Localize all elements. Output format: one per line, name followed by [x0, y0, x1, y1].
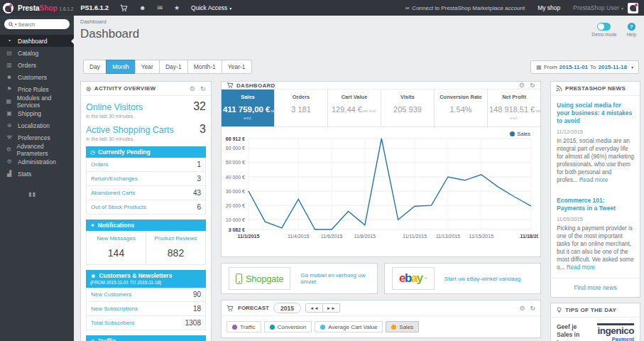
sidebar-item-advanced-parameters[interactable]: ⚙Advanced Parameters	[0, 144, 74, 156]
news-panel-title: PRESTASHOP NEWS	[565, 85, 626, 92]
refresh-icon[interactable]: ↻	[530, 305, 535, 312]
page-title: Dashboard	[80, 27, 139, 41]
refresh-icon[interactable]: ↻	[200, 85, 206, 92]
cogs-icon: ⚙	[6, 146, 12, 153]
kpi-tab-net-profit[interactable]: Net Profit148 918,51 €tax excl.	[488, 90, 540, 126]
kpi-tab-visits[interactable]: Visits205 939	[381, 90, 435, 126]
ebay-promo-card: ebay™ Start uw eBay-winkel vandaag	[384, 263, 541, 294]
find-more-news-link[interactable]: Find more news	[551, 278, 640, 297]
ingenico-logo: ingenico Payment services	[587, 323, 634, 341]
legend-avg-cart-button[interactable]: Average Cart Value	[315, 321, 383, 332]
news-item: Using social media for your business: 4 …	[551, 96, 640, 191]
online-visitors-label[interactable]: Online Visitors	[86, 102, 143, 112]
cart-icon	[227, 82, 234, 89]
chart-legend[interactable]: Sales	[510, 131, 530, 137]
sidebar-item-shipping[interactable]: ▣Shipping	[0, 107, 74, 119]
modules-icon: ▦	[6, 98, 12, 104]
demo-mode-toggle[interactable]	[597, 23, 611, 31]
active-carts-value: 3	[200, 123, 206, 136]
product-reviews-cell[interactable]: Product Reviews882	[146, 231, 205, 264]
wrench-icon: ⚒	[6, 134, 13, 141]
gear-icon[interactable]: ⚙	[190, 85, 195, 92]
legend-traffic-button[interactable]: Traffic	[227, 321, 261, 332]
sidebar-item-modules[interactable]: ▦Modules and Services	[0, 95, 74, 107]
search-input[interactable]	[18, 21, 55, 28]
date-range-picker[interactable]: ▦ From 2015-11-01 To 2015-11-18 ▾	[530, 60, 639, 74]
dashboard-icon: ◔	[6, 38, 13, 44]
trophy-icon[interactable]: ★	[174, 4, 180, 11]
sidebar-item-preferences[interactable]: ⚒Preferences	[0, 131, 74, 144]
svg-text:10 000 €: 10 000 €	[226, 217, 245, 222]
cart-icon	[227, 305, 234, 312]
employees-icon[interactable]: ☻	[139, 4, 146, 11]
pending-row-abandoned-carts: Abandoned Carts43	[86, 186, 206, 200]
read-more-link[interactable]: Read more	[579, 177, 608, 183]
sidebar-item-administration[interactable]: ⚙Administration	[0, 156, 74, 168]
forecast-legend: Traffic Conversion Average Cart Value Sa…	[222, 316, 540, 337]
marketplace-link[interactable]: ∞Connect to PrestaShop Marketplace accou…	[405, 5, 525, 11]
user-avatar[interactable]	[628, 3, 638, 13]
my-shop-link[interactable]: My shop	[537, 4, 560, 11]
kpi-tab-orders[interactable]: Orders3 181	[275, 90, 328, 126]
sidebar-item-customers[interactable]: ☻Customers	[0, 71, 74, 83]
preset-year-1-button[interactable]: Year-1	[222, 60, 252, 74]
ebay-promo-link[interactable]: Start uw eBay-winkel vandaag	[444, 276, 521, 282]
svg-text:11/4/2015: 11/4/2015	[288, 234, 310, 239]
help-icon[interactable]: ?	[628, 23, 635, 31]
previous-year-button[interactable]: ◄◄	[306, 304, 322, 312]
sidebar-item-dashboard[interactable]: ◔Dashboard	[0, 35, 74, 47]
pending-row-returns: Return/Exchanges3	[86, 172, 206, 186]
brand: PrestaShop1.6.1.2	[18, 4, 73, 12]
kpi-tab-cart-value[interactable]: Cart Value129,44 €tax excl.	[328, 90, 381, 126]
active-carts-sub: in the last 30 minutes	[86, 136, 206, 141]
next-year-button[interactable]: ►►	[322, 304, 339, 312]
bell-icon: ✦	[90, 222, 95, 229]
sidebar-item-localization[interactable]: ⊕Localization	[0, 119, 74, 131]
preset-month-1-button[interactable]: Month-1	[187, 60, 222, 74]
news-item: Ecommerce 101: Payments in a Tweet 11/05…	[551, 191, 640, 278]
preset-month-button[interactable]: Month	[106, 60, 136, 74]
preset-day-button[interactable]: Day	[83, 60, 107, 74]
news-title-link[interactable]: Ecommerce 101: Payments in a Tweet	[557, 197, 634, 212]
legend-sales-button[interactable]: Sales	[386, 321, 419, 332]
sidebar-search[interactable]: ▾	[4, 19, 70, 29]
online-visitors-value: 32	[193, 100, 206, 113]
kpi-tab-conversion[interactable]: Conversion Rate1.54%	[435, 90, 488, 126]
quick-access-menu[interactable]: Quick Access▾	[191, 4, 231, 11]
gear-icon[interactable]: ⚙	[519, 82, 525, 89]
active-carts-label[interactable]: Active Shopping Carts	[86, 125, 174, 135]
customers-section-header: ☻Customers & Newsletters (FROM 2015-11-0…	[86, 270, 206, 288]
sidebar-collapse-button[interactable]: ▮▮	[28, 191, 74, 197]
user-menu[interactable]: PrestaShop User▾	[573, 4, 623, 11]
refresh-icon[interactable]: ↻	[530, 82, 535, 89]
sidebar-item-stats[interactable]: ▟Stats	[0, 168, 74, 180]
cart-icon[interactable]	[120, 4, 128, 12]
chevron-down-icon: ▾	[631, 65, 633, 70]
preset-day-1-button[interactable]: Day-1	[159, 60, 188, 74]
sidebar-item-price-rules[interactable]: ⚑Price Rules	[0, 83, 74, 95]
forecast-nav: ◄◄ ►►	[305, 303, 340, 313]
kpi-tabs: Sales411 759,00 €tax excl. Orders3 181 C…	[222, 90, 540, 127]
gear-icon[interactable]: ⚙	[519, 305, 525, 312]
orders-icon: ▥	[6, 62, 13, 68]
news-title-link[interactable]: Using social media for your business: 4 …	[557, 102, 634, 125]
customers-icon: ☻	[6, 74, 13, 80]
chevron-down-icon[interactable]: ▾	[15, 22, 17, 26]
price-rules-icon: ⚑	[6, 86, 13, 92]
activity-panel-title: ACTIVITY OVERVIEW	[94, 85, 156, 92]
lightbulb-icon	[556, 307, 562, 313]
breadcrumb[interactable]: Dashboard	[80, 17, 139, 25]
messages-icon[interactable]: ✉	[157, 4, 163, 11]
sidebar-item-catalog[interactable]: ▤Catalog	[0, 47, 74, 59]
new-messages-cell[interactable]: New Messages144	[87, 231, 146, 264]
date-to: 2015-11-18	[599, 64, 627, 70]
forecast-year[interactable]: 2015	[273, 303, 301, 313]
read-more-link[interactable]: Read more	[567, 264, 596, 271]
shopgate-promo-link[interactable]: Ga mobiel en verhoog uw omzet	[300, 272, 370, 285]
news-date: 11/12/2015	[557, 129, 634, 135]
sidebar-item-orders[interactable]: ▥Orders	[0, 59, 74, 71]
preset-year-button[interactable]: Year	[135, 60, 160, 74]
legend-conversion-button[interactable]: Conversion	[264, 321, 312, 332]
kpi-tab-sales[interactable]: Sales411 759,00 €tax excl.	[222, 90, 275, 126]
ebay-logo: ebay™	[392, 267, 435, 290]
